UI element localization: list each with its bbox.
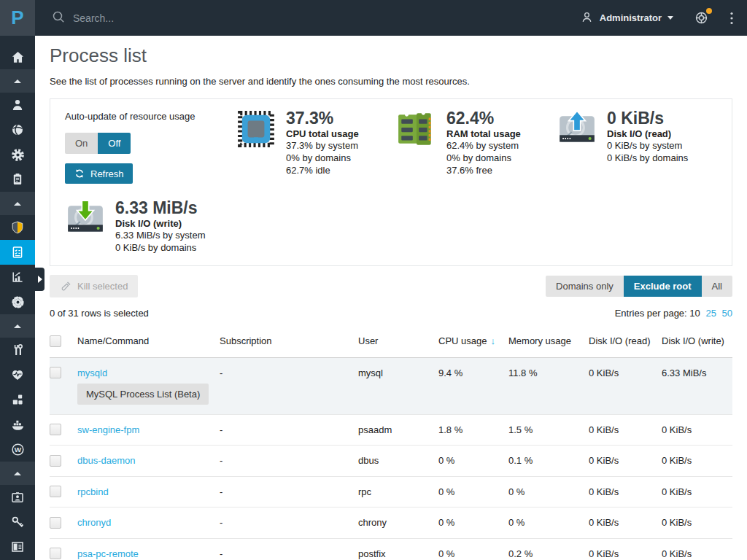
more-menu-button[interactable] (729, 11, 734, 26)
filter-domains-only[interactable]: Domains only (546, 276, 624, 297)
process-name-link[interactable]: mysqld (77, 368, 107, 378)
chart-icon (10, 270, 25, 284)
sort-desc-icon: ↓ (490, 335, 495, 346)
cell-cpu: 0 % (438, 508, 508, 539)
user-menu[interactable]: Administrator (580, 10, 673, 26)
refresh-icon (74, 168, 85, 179)
row-checkbox[interactable] (50, 367, 61, 378)
topbar: P Administrator (0, 0, 747, 36)
disk-write-icon (65, 198, 106, 254)
sidebar-item-security[interactable] (0, 215, 35, 240)
gear-icon (10, 147, 26, 163)
resource-usage-panel: Auto-update of resource usage On Off Ref… (50, 98, 732, 266)
user-icon (580, 10, 594, 26)
sidebar-item-billing[interactable] (0, 167, 35, 192)
table-header-row: Name/Command Subscription User CPU usage… (50, 326, 732, 357)
auto-update-on-button[interactable]: On (65, 133, 98, 154)
sidebar-section-collapse[interactable] (0, 69, 35, 93)
cell-disk-write: 0 KiB/s (662, 508, 732, 539)
chevron-up-icon (14, 79, 21, 83)
col-disk-read[interactable]: Disk I/O (read) (589, 326, 662, 357)
sidebar-item-settings[interactable] (0, 289, 35, 314)
cpu-value: 37.3% (286, 109, 359, 128)
row-checkbox[interactable] (50, 455, 61, 467)
row-checkbox[interactable] (50, 486, 61, 497)
sidebar-section-collapse[interactable] (0, 314, 35, 338)
cell-memory: 11.8 % (508, 357, 589, 414)
mysql-process-list-button[interactable]: MySQL Process List (Beta) (77, 384, 209, 405)
process-name-link[interactable]: sw-engine-fpm (77, 424, 139, 435)
sidebar-section-collapse[interactable] (0, 192, 35, 215)
row-checkbox[interactable] (50, 548, 61, 559)
row-checkbox[interactable] (50, 424, 61, 435)
sidebar-item-statistics[interactable] (0, 265, 35, 289)
refresh-button[interactable]: Refresh (65, 163, 133, 184)
sidebar-section-collapse[interactable] (0, 462, 35, 485)
disk-write-value: 6.33 MiB/s (115, 198, 206, 217)
cell-cpu: 9.4 % (438, 357, 508, 414)
process-name-link[interactable]: rpcbind (77, 486, 109, 497)
cell-subscription: - (220, 414, 358, 446)
broom-icon (60, 280, 72, 292)
page-size-25[interactable]: 25 (705, 308, 716, 319)
sidebar-item-users[interactable] (0, 93, 35, 117)
entries-label: Entries per page: (615, 308, 687, 319)
auto-update-off-button[interactable]: Off (98, 133, 131, 154)
sidebar-item-backup[interactable] (0, 485, 35, 510)
page-size-50[interactable]: 50 (722, 308, 732, 319)
cell-memory: 1.5 % (508, 414, 589, 446)
filter-all[interactable]: All (702, 276, 732, 297)
cell-disk-write: 0 KiB/s (662, 414, 732, 446)
select-all-checkbox[interactable] (50, 335, 61, 347)
cell-memory: 0.2 % (508, 538, 589, 560)
cell-disk-read: 0 KiB/s (589, 414, 662, 446)
page-title: Process list (50, 44, 732, 67)
process-name-link[interactable]: psa-pc-remote (77, 548, 139, 559)
process-name-link[interactable]: chronyd (77, 517, 111, 528)
sidebar-item-wordpress[interactable]: W (0, 437, 35, 462)
cell-cpu: 0 % (438, 446, 508, 477)
settings-icon (10, 295, 26, 310)
user-icon (10, 98, 25, 112)
sidebar-item-home[interactable] (0, 44, 35, 69)
search-input[interactable] (73, 12, 292, 24)
cell-user: dbus (358, 446, 438, 477)
filter-group: Domains only Exclude root All (546, 276, 732, 297)
sidebar-item-domains[interactable] (0, 117, 35, 142)
cell-disk-write: 0 KiB/s (662, 476, 732, 508)
sidebar-item-process-list[interactable] (0, 240, 35, 265)
sidebar-item-service[interactable] (0, 142, 35, 167)
cell-user: rpc (358, 476, 438, 508)
col-memory-usage[interactable]: Memory usage (508, 326, 589, 357)
selection-status: 0 of 31 rows is selected (50, 308, 149, 319)
sidebar-item-tools[interactable] (0, 338, 35, 362)
sidebar-item-extensions[interactable] (0, 387, 35, 412)
sidebar-expand-handle[interactable] (35, 268, 44, 291)
table-row: rpcbind - rpc 0 % 0 % 0 KiB/s 0 KiB/s (50, 476, 732, 508)
sidebar-item-docker[interactable] (0, 412, 35, 437)
wordpress-icon: W (10, 442, 26, 457)
col-disk-write[interactable]: Disk I/O (write) (662, 326, 732, 357)
filter-exclude-root[interactable]: Exclude root (624, 276, 702, 297)
sidebar-item-interface[interactable] (0, 534, 35, 559)
col-name-command[interactable]: Name/Command (77, 326, 220, 357)
col-user[interactable]: User (358, 326, 438, 357)
col-subscription[interactable]: Subscription (220, 326, 358, 357)
col-cpu-usage[interactable]: CPU usage↓ (438, 326, 508, 357)
cell-disk-read: 0 KiB/s (589, 446, 662, 477)
kill-selected-button[interactable]: Kill selected (50, 275, 138, 298)
auto-update-toggle: On Off (65, 133, 131, 154)
cell-disk-read: 0 KiB/s (589, 538, 662, 560)
cell-disk-write: 0 KiB/s (662, 538, 732, 560)
sidebar-item-health[interactable] (0, 362, 35, 387)
sidebar-item-license[interactable] (0, 510, 35, 534)
row-checkbox[interactable] (50, 517, 61, 529)
plesk-logo[interactable]: P (0, 0, 35, 36)
help-button[interactable] (694, 10, 709, 26)
process-name-link[interactable]: dbus-daemon (77, 455, 136, 466)
layout-icon (10, 540, 25, 554)
badge-icon (10, 490, 25, 505)
clipboard-icon (10, 172, 25, 187)
cell-subscription: - (220, 476, 358, 508)
process-list-icon (10, 245, 25, 260)
